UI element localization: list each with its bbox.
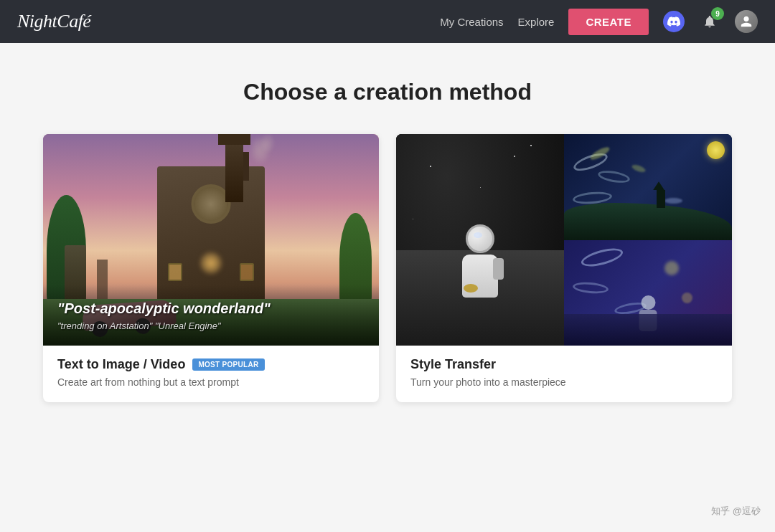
text-to-image-thumbnail: "Post-apocalyptic wonderland" "trending …	[43, 134, 379, 346]
style-transfer-thumbnail	[396, 134, 732, 346]
text-to-image-description: Create art from nothing but a text promp…	[57, 376, 365, 388]
overlay-main-text: "Post-apocalyptic wonderland"	[57, 299, 365, 318]
cards-grid: "Post-apocalyptic wonderland" "trending …	[43, 134, 732, 402]
style-transfer-card[interactable]: Style Transfer Turn your photo into a ma…	[396, 134, 732, 402]
discord-icon[interactable]	[663, 11, 685, 32]
create-button[interactable]: CREATE	[568, 9, 649, 35]
text-to-image-overlay: "Post-apocalyptic wonderland" "trending …	[43, 285, 379, 346]
style-transfer-title: Style Transfer	[410, 357, 496, 372]
my-creations-nav-link[interactable]: My Creations	[440, 16, 503, 28]
text-to-image-title: Text to Image / Video	[57, 357, 185, 372]
page-title: Choose a creation method	[14, 79, 761, 105]
astronaut-figure	[455, 224, 505, 303]
text-to-image-card[interactable]: "Post-apocalyptic wonderland" "trending …	[43, 134, 379, 402]
most-popular-badge: MOST POPULAR	[192, 358, 264, 371]
app-logo[interactable]: NightCafé	[17, 11, 90, 32]
nav-right: My Creations Explore CREATE 9	[440, 9, 758, 35]
main-content: Choose a creation method	[0, 43, 775, 431]
astronaut-photo	[396, 134, 564, 346]
card-title-row: Text to Image / Video MOST POPULAR	[57, 357, 365, 372]
starry-night-top	[564, 134, 732, 240]
style-transfer-info: Style Transfer Turn your photo into a ma…	[396, 346, 732, 402]
watermark: 知乎 @逗砂	[711, 505, 761, 518]
explore-nav-link[interactable]: Explore	[518, 16, 555, 28]
text-to-image-info: Text to Image / Video MOST POPULAR Creat…	[43, 346, 379, 402]
notification-badge: 9	[711, 7, 724, 20]
avatar[interactable]	[735, 10, 758, 33]
navbar: NightCafé My Creations Explore CREATE 9	[0, 0, 775, 43]
style-transfer-description: Turn your photo into a masterpiece	[410, 376, 718, 388]
overlay-sub-text: "trending on Artstation" "Unreal Engine"	[57, 320, 365, 331]
style-transfer-title-row: Style Transfer	[410, 357, 718, 372]
notifications-wrapper: 9	[699, 11, 720, 32]
avatar-image	[735, 10, 758, 33]
starry-night-bottom	[564, 240, 732, 346]
